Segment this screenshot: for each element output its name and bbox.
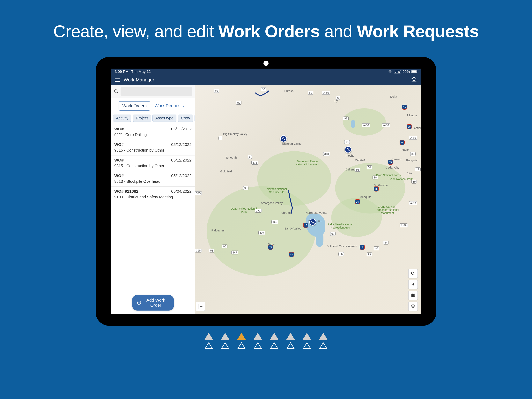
interstate-shield: 15 bbox=[402, 105, 407, 110]
map-locate-button[interactable] bbox=[408, 280, 418, 289]
route-shield: 6 bbox=[218, 136, 222, 140]
city-label: Alton bbox=[407, 172, 413, 175]
city-label: Panaca bbox=[355, 158, 365, 161]
route-shield: A-89 bbox=[399, 224, 408, 227]
route-shield: 18 bbox=[373, 175, 378, 180]
route-shield: 318 bbox=[323, 152, 330, 156]
city-label: Goldfield bbox=[221, 170, 232, 173]
page-indicator[interactable] bbox=[270, 333, 279, 340]
park-label: Dixie National Forest bbox=[376, 174, 401, 177]
route-shield: 56 bbox=[367, 165, 372, 169]
work-order-item[interactable]: WO# 05/12/2022 9315 - Construction by Ot… bbox=[111, 155, 195, 171]
marketing-headline: Create, view, and edit Work Orders and W… bbox=[0, 0, 532, 41]
page-indicator[interactable] bbox=[319, 333, 328, 340]
page-indicator[interactable] bbox=[221, 342, 229, 349]
map-search-button[interactable] bbox=[408, 269, 418, 278]
tablet-frame: 3:09 PM Thu May 12 VPN 99% Work Manager bbox=[96, 57, 436, 326]
work-order-item[interactable]: WO# 05/12/2022 9315 - Construction by Ot… bbox=[111, 140, 195, 155]
wo-id: WO# bbox=[114, 142, 124, 147]
city-label: Eureka bbox=[284, 89, 294, 93]
work-order-pin[interactable] bbox=[345, 146, 352, 153]
city-label: Mesquite bbox=[360, 195, 372, 199]
page-indicator[interactable] bbox=[286, 342, 295, 349]
route-shield: 6 bbox=[336, 96, 340, 100]
tablet-camera bbox=[263, 61, 269, 66]
filter-chip-asset-type[interactable]: Asset type bbox=[152, 115, 177, 122]
wo-description: 9513 - Stockpile Overhead bbox=[114, 179, 192, 184]
wo-description: 9315 - Construction by Other bbox=[114, 148, 192, 153]
work-order-item[interactable]: WO# 05/12/2022 9221- Core Drilling bbox=[111, 124, 195, 140]
map-layers-button[interactable] bbox=[408, 302, 418, 311]
park-label: Zion National Park bbox=[390, 178, 413, 180]
filter-chip-activity[interactable]: Activity bbox=[113, 115, 131, 122]
page-indicator[interactable] bbox=[204, 342, 213, 349]
search-input[interactable] bbox=[120, 87, 192, 96]
map[interactable]: |← EurekaElyBig Smokey ValleyRailro bbox=[195, 85, 421, 314]
svg-line-4 bbox=[117, 92, 118, 93]
route-shield: 95 bbox=[222, 245, 228, 248]
page-indicator[interactable] bbox=[237, 342, 246, 349]
city-label: Amargosa Valley bbox=[261, 201, 283, 205]
wo-description: 9100 - District and Safety Meeting bbox=[114, 195, 192, 199]
work-order-pin[interactable] bbox=[309, 219, 316, 225]
wo-description: 9315 - Construction by Other bbox=[114, 164, 192, 168]
add-work-order-button[interactable]: + Add Work Order bbox=[132, 295, 174, 310]
interstate-shield: 40 bbox=[360, 245, 365, 250]
filter-chip-project[interactable]: Project bbox=[133, 115, 151, 122]
interstate-shield: 70 bbox=[407, 124, 412, 129]
status-time: 3:09 PM bbox=[115, 70, 128, 74]
route-shield: 93 bbox=[367, 252, 372, 256]
interstate-shield: 15 bbox=[268, 245, 273, 250]
tab-work-requests[interactable]: Work Requests bbox=[151, 101, 187, 111]
menu-button[interactable] bbox=[115, 78, 120, 82]
route-shield: 373 bbox=[255, 209, 262, 212]
city-label: Delta bbox=[390, 95, 397, 98]
route-shield: A-89 bbox=[409, 136, 417, 140]
wo-id: WO# bbox=[114, 158, 124, 162]
route-shield: 247 bbox=[231, 251, 238, 254]
interstate-shield: 15 bbox=[355, 199, 360, 204]
route-shield: 93 bbox=[330, 232, 336, 236]
app-title: Work Manager bbox=[124, 77, 154, 83]
map-basemap-button[interactable] bbox=[408, 291, 418, 300]
status-date: Thu May 12 bbox=[131, 70, 151, 74]
city-label: Panguitch bbox=[406, 159, 419, 162]
route-shield: 12 bbox=[415, 167, 421, 171]
vpn-badge: VPN bbox=[394, 70, 401, 73]
page-indicators-2 bbox=[0, 342, 532, 349]
page-indicator[interactable] bbox=[253, 333, 262, 340]
page-indicator[interactable] bbox=[303, 333, 311, 340]
wo-id: WO# bbox=[114, 174, 124, 178]
page-indicator[interactable] bbox=[221, 333, 229, 340]
city-label: Railroad Valley bbox=[282, 142, 301, 145]
page-indicator[interactable] bbox=[319, 342, 328, 349]
page-indicator[interactable] bbox=[237, 333, 246, 340]
work-order-pin[interactable] bbox=[280, 135, 287, 142]
tab-work-orders[interactable]: Work Orders bbox=[119, 101, 150, 111]
sidebar: Work Orders Work Requests ActivityProjec… bbox=[111, 85, 195, 314]
battery-icon bbox=[412, 70, 417, 73]
cloud-download-icon[interactable] bbox=[411, 77, 417, 82]
plus-icon: + bbox=[137, 301, 141, 305]
page-indicator[interactable] bbox=[270, 342, 279, 349]
page-indicator[interactable] bbox=[303, 342, 311, 349]
page-indicator[interactable] bbox=[253, 342, 262, 349]
route-shield: 395 bbox=[195, 191, 202, 195]
work-order-item[interactable]: WO# 05/12/2022 9513 - Stockpile Overhead bbox=[111, 171, 195, 187]
wo-date: 05/12/2022 bbox=[171, 158, 192, 162]
city-label: Kingman bbox=[345, 245, 357, 248]
route-shield: 95 bbox=[243, 186, 249, 190]
page-indicators bbox=[0, 333, 532, 340]
city-label: Pahrump bbox=[280, 211, 291, 214]
route-shield: 89 bbox=[412, 180, 417, 184]
status-right: VPN 99% bbox=[388, 70, 417, 74]
svg-rect-2 bbox=[417, 71, 417, 72]
collapse-sidebar-button[interactable]: |← bbox=[196, 302, 205, 311]
work-order-item[interactable]: WO# 911082 05/04/2022 9100 - District an… bbox=[111, 187, 195, 202]
city-label: Sandy Valley bbox=[284, 227, 301, 230]
page-indicator[interactable] bbox=[204, 333, 213, 340]
filter-chip-crew[interactable]: Crew bbox=[178, 115, 193, 122]
city-label: Tonopah bbox=[226, 156, 237, 159]
filter-chip-date[interactable]: Date bbox=[195, 115, 195, 122]
page-indicator[interactable] bbox=[286, 333, 295, 340]
